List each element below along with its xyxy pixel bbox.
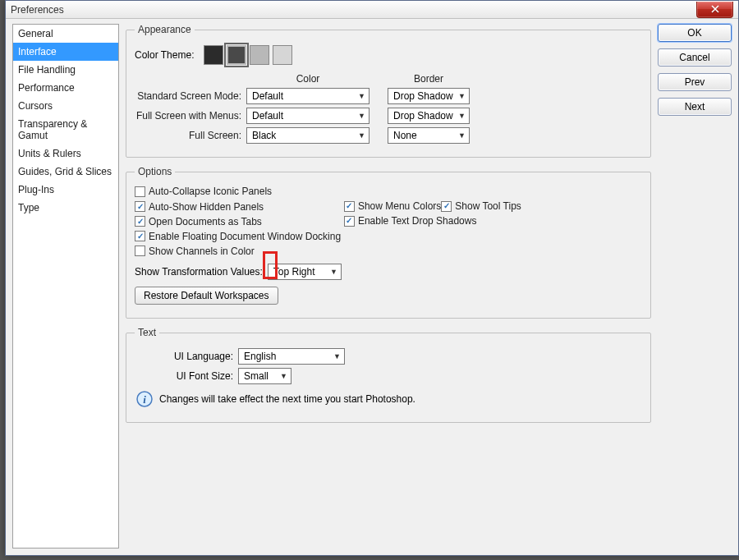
info-icon: i (135, 389, 154, 409)
sidebar-item-cursors[interactable]: Cursors (13, 97, 118, 115)
chevron-down-icon: ▼ (358, 112, 365, 120)
appearance-legend: Appearance (135, 24, 195, 35)
sidebar-item-type[interactable]: Type (13, 199, 118, 217)
chevron-down-icon: ▼ (280, 372, 287, 380)
checkbox-box (135, 216, 145, 227)
next-button[interactable]: Next (658, 98, 732, 116)
screen-mode-label: Full Screen: (135, 130, 241, 141)
color-theme-swatch[interactable] (204, 45, 223, 65)
checkbox-enable-text-drop-shadows[interactable]: Enable Text Drop Shadows (344, 215, 477, 227)
close-icon (711, 5, 719, 13)
checkbox-show-channels-in-color[interactable]: Show Channels in Color (135, 246, 255, 257)
ui-font-size-label: UI Font Size: (135, 370, 233, 382)
sidebar-item-guides-grid-slices[interactable]: Guides, Grid & Slices (13, 163, 118, 181)
checkbox-label: Auto-Collapse Iconic Panels (149, 186, 272, 197)
checkbox-label: Open Documents as Tabs (149, 216, 262, 227)
options-legend: Options (135, 166, 175, 177)
chevron-down-icon: ▼ (358, 131, 365, 140)
checkbox-label: Auto-Show Hidden Panels (149, 201, 264, 213)
sidebar-item-plug-ins[interactable]: Plug-Ins (13, 181, 118, 199)
screen-mode-border-select[interactable]: None▼ (388, 127, 470, 144)
sidebar-item-file-handling[interactable]: File Handling (13, 61, 118, 79)
checkbox-label: Show Channels in Color (149, 246, 255, 257)
checkbox-label: Enable Text Drop Shadows (358, 215, 477, 227)
chevron-down-icon: ▼ (358, 92, 365, 100)
checkbox-open-documents-as-tabs[interactable]: Open Documents as Tabs (135, 216, 262, 227)
checkbox-enable-floating-document-window-docking[interactable]: Enable Floating Document Window Docking (135, 231, 341, 242)
checkbox-label: Show Tool Tips (455, 200, 521, 212)
ui-language-select[interactable]: English ▼ (238, 348, 345, 365)
chevron-down-icon: ▼ (330, 268, 337, 276)
titlebar: Preferences (6, 1, 738, 19)
sidebar-item-performance[interactable]: Performance (13, 79, 118, 97)
dialog-buttons: OK Cancel Prev Next (658, 24, 732, 549)
prev-button[interactable]: Prev (658, 73, 732, 91)
category-sidebar: GeneralInterfaceFile HandlingPerformance… (12, 24, 119, 549)
checkbox-label: Enable Floating Document Window Docking (149, 231, 341, 242)
checkbox-box (344, 216, 355, 227)
color-theme-label: Color Theme: (135, 49, 194, 61)
sidebar-item-transparency-gamut[interactable]: Transparency & Gamut (13, 115, 118, 145)
checkbox-box (135, 231, 145, 241)
column-header-border: Border (388, 73, 470, 85)
options-group: Options Auto-Collapse Iconic PanelsAuto-… (126, 166, 651, 319)
transform-values-select[interactable]: Top Right ▼ (268, 264, 342, 280)
sidebar-item-general[interactable]: General (13, 25, 118, 43)
chevron-down-icon: ▼ (458, 112, 466, 120)
checkbox-box (135, 186, 145, 197)
screen-mode-label: Full Screen with Menus: (135, 110, 241, 122)
ui-font-size-select[interactable]: Small ▼ (238, 368, 291, 384)
sidebar-item-interface[interactable]: Interface (13, 43, 118, 61)
settings-panel: Appearance Color Theme: Color Border Sta… (126, 24, 651, 549)
screen-mode-border-select[interactable]: Drop Shadow▼ (388, 88, 470, 104)
svg-text:i: i (143, 393, 146, 406)
text-group: Text UI Language: English ▼ UI Font Size… (126, 327, 651, 423)
client-area: GeneralInterfaceFile HandlingPerformance… (12, 24, 732, 549)
chevron-down-icon: ▼ (458, 131, 466, 140)
cancel-button[interactable]: Cancel (658, 48, 732, 67)
checkbox-box (441, 201, 452, 212)
screen-mode-color-select[interactable]: Default▼ (246, 88, 370, 104)
screen-mode-border-select[interactable]: Drop Shadow▼ (388, 108, 470, 124)
window-title: Preferences (11, 4, 64, 16)
restore-workspaces-button[interactable]: Restore Default Workspaces (135, 287, 278, 305)
close-button[interactable] (696, 2, 733, 18)
checkbox-show-tool-tips[interactable]: Show Tool Tips (441, 200, 521, 212)
color-theme-swatch[interactable] (227, 45, 246, 65)
transform-values-label: Show Transformation Values: (135, 266, 263, 278)
checkbox-label: Show Menu Colors (358, 200, 441, 212)
preferences-window: Preferences GeneralInterfaceFile Handlin… (5, 0, 739, 556)
screen-mode-label: Standard Screen Mode: (135, 90, 241, 102)
screen-mode-color-select[interactable]: Default▼ (246, 108, 370, 124)
restart-info-text: Changes will take effect the next time y… (159, 393, 415, 405)
checkbox-box (135, 201, 145, 212)
color-theme-swatch[interactable] (250, 45, 269, 65)
appearance-group: Appearance Color Theme: Color Border Sta… (126, 24, 651, 158)
color-theme-swatch[interactable] (273, 45, 292, 65)
screen-mode-color-select[interactable]: Black▼ (246, 127, 370, 144)
checkbox-show-menu-colors[interactable]: Show Menu Colors (344, 200, 441, 212)
ui-language-label: UI Language: (135, 351, 233, 362)
sidebar-item-units-rulers[interactable]: Units & Rulers (13, 145, 118, 163)
text-legend: Text (135, 327, 159, 338)
chevron-down-icon: ▼ (333, 352, 341, 360)
ok-button[interactable]: OK (658, 24, 732, 42)
checkbox-auto-collapse-iconic-panels[interactable]: Auto-Collapse Iconic Panels (135, 186, 272, 197)
checkbox-box (135, 246, 145, 256)
column-header-color: Color (246, 73, 370, 85)
checkbox-auto-show-hidden-panels[interactable]: Auto-Show Hidden Panels (135, 201, 264, 213)
chevron-down-icon: ▼ (458, 92, 466, 100)
checkbox-box (344, 201, 355, 212)
